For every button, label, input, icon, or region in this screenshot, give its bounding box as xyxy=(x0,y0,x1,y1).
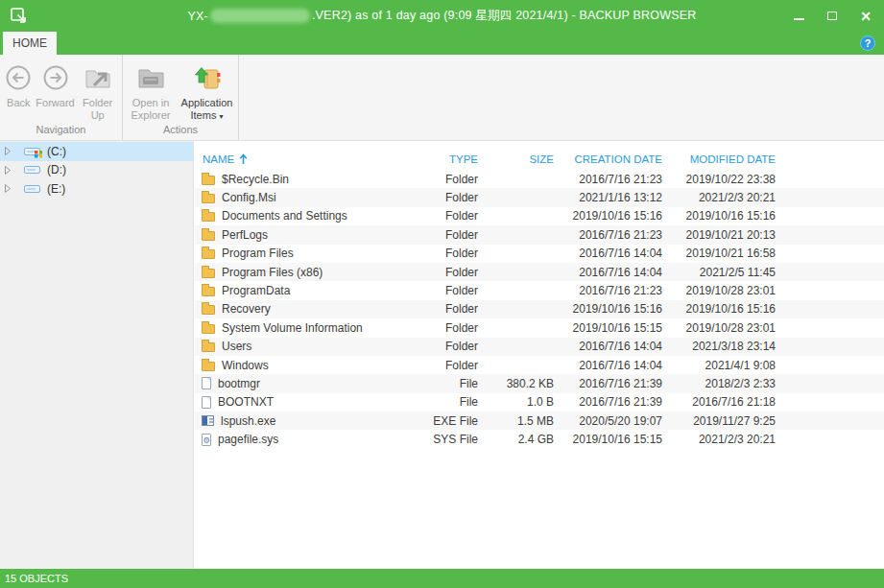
file-row[interactable]: Program Files (x86) Folder 2016/7/16 14:… xyxy=(195,263,884,281)
folder-icon xyxy=(202,231,215,241)
dropdown-caret-icon: ▾ xyxy=(219,112,223,121)
drive-icon xyxy=(24,185,40,193)
expand-arrow-icon[interactable] xyxy=(4,165,12,176)
file-size: 1.0 B xyxy=(478,395,554,409)
file-creation-date: 2019/10/16 15:16 xyxy=(554,302,662,316)
file-type: EXE File xyxy=(411,414,478,428)
file-row[interactable]: PerfLogs Folder 2016/7/16 21:23 2019/10/… xyxy=(195,225,884,244)
group-label-navigation: Navigation xyxy=(0,124,122,140)
file-creation-date: 2016/7/16 14:04 xyxy=(554,359,662,372)
file-row[interactable]: BOOTNXT File 1.0 B 2016/7/16 21:39 2016/… xyxy=(195,393,884,412)
column-header-name[interactable]: NAME xyxy=(195,153,411,165)
tree-item-e-drive[interactable]: (E:) xyxy=(0,179,193,199)
column-header-creation-date[interactable]: CREATION DATE xyxy=(554,153,662,165)
title-bar: YX-.VER2) as of 1 day ago (9:09 星期四 2021… xyxy=(0,0,884,32)
file-type: Folder xyxy=(411,340,478,353)
file-creation-date: 2016/7/16 21:23 xyxy=(554,228,662,242)
file-modified-date: 2018/2/3 2:33 xyxy=(662,377,776,390)
sys-icon xyxy=(202,434,211,446)
column-header-type[interactable]: TYPE xyxy=(411,153,478,165)
application-items-icon xyxy=(192,63,223,92)
file-type: Folder xyxy=(411,266,478,279)
file-creation-date: 2020/5/20 19:07 xyxy=(554,414,662,428)
file-name: lspush.exe xyxy=(221,414,275,428)
file-creation-date: 2019/10/16 15:16 xyxy=(554,209,662,223)
file-creation-date: 2016/7/16 21:23 xyxy=(554,173,662,186)
file-row[interactable]: bootmgr File 380.2 KB 2016/7/16 21:39 20… xyxy=(195,374,884,392)
help-button[interactable]: ? xyxy=(860,35,875,51)
forward-button[interactable]: Forward xyxy=(34,58,76,124)
file-creation-date: 2016/7/16 21:39 xyxy=(554,377,662,390)
column-header-modified-date[interactable]: MODIFIED DATE xyxy=(662,153,776,165)
file-size: 380.2 KB xyxy=(478,377,554,390)
open-in-explorer-button[interactable]: Open in Explorer xyxy=(125,58,178,124)
expand-arrow-icon[interactable] xyxy=(4,183,12,194)
folder-icon xyxy=(202,324,215,334)
file-row[interactable]: Program Files Folder 2016/7/16 14:04 201… xyxy=(195,245,884,263)
folder-icon xyxy=(202,176,215,185)
folder-icon xyxy=(202,342,215,352)
file-modified-date: 2019/10/21 20:13 xyxy=(662,228,776,242)
exe-icon xyxy=(202,415,214,426)
tab-home[interactable]: HOME xyxy=(3,32,57,55)
back-button[interactable]: Back xyxy=(3,58,34,124)
file-type: Folder xyxy=(411,209,478,223)
file-name: ProgramData xyxy=(222,284,290,297)
file-creation-date: 2016/7/16 21:39 xyxy=(554,395,662,409)
file-row[interactable]: lspush.exe EXE File 1.5 MB 2020/5/20 19:… xyxy=(195,412,884,430)
file-type: Folder xyxy=(411,302,478,316)
file-creation-date: 2016/7/16 14:04 xyxy=(554,247,662,260)
file-row[interactable]: $Recycle.Bin Folder 2016/7/16 21:23 2019… xyxy=(195,170,884,188)
file-creation-date: 2019/10/16 15:15 xyxy=(554,321,662,335)
maximize-icon xyxy=(827,12,837,20)
system-drive-icon xyxy=(24,148,40,155)
maximize-button[interactable] xyxy=(825,10,839,23)
file-row[interactable]: System Volume Information Folder 2019/10… xyxy=(195,318,884,337)
application-items-button[interactable]: Application Items ▾ xyxy=(178,58,237,124)
folder-icon xyxy=(202,362,215,371)
file-type: Folder xyxy=(411,359,478,372)
tree-item-c-drive[interactable]: (C:) xyxy=(0,142,193,161)
file-modified-date: 2019/10/16 15:16 xyxy=(662,302,776,316)
group-label-actions: Actions xyxy=(123,124,238,140)
file-modified-date: 2016/7/16 21:18 xyxy=(662,395,776,409)
forward-circle-arrow-icon xyxy=(42,64,69,91)
close-button[interactable]: ✕ xyxy=(859,10,872,23)
ribbon: Back Forward Folder Up xyxy=(0,55,884,141)
sort-ascending-icon xyxy=(239,153,248,165)
file-modified-date: 2021/2/3 20:21 xyxy=(662,433,776,446)
file-row[interactable]: Users Folder 2016/7/16 14:04 2021/3/18 2… xyxy=(195,338,884,356)
back-circle-arrow-icon xyxy=(5,64,32,91)
file-modified-date: 2019/10/28 23:01 xyxy=(662,321,776,335)
file-row[interactable]: Documents and Settings Folder 2019/10/16… xyxy=(195,207,884,225)
file-modified-date: 2021/3/18 23:14 xyxy=(662,340,776,353)
drive-tree: (C:) (D:) (E:) xyxy=(0,141,194,569)
minimize-button[interactable] xyxy=(792,10,805,23)
file-name: System Volume Information xyxy=(222,321,363,335)
file-type: Folder xyxy=(411,191,478,204)
file-type: File xyxy=(411,395,478,409)
file-row[interactable]: ProgramData Folder 2016/7/16 21:23 2019/… xyxy=(195,281,884,299)
folder-up-button[interactable]: Folder Up xyxy=(77,58,119,124)
ribbon-group-actions: Open in Explorer Application Items ▾ Act… xyxy=(123,55,239,140)
column-header-size[interactable]: SIZE xyxy=(478,153,554,165)
file-row[interactable]: Recovery Folder 2019/10/16 15:16 2019/10… xyxy=(195,300,884,318)
file-modified-date: 2019/10/21 16:58 xyxy=(662,247,776,260)
file-type: Folder xyxy=(411,321,478,335)
file-row[interactable]: Windows Folder 2016/7/16 14:04 2021/4/1 … xyxy=(195,356,884,374)
expand-arrow-icon[interactable] xyxy=(4,146,12,156)
window-title: YX-.VER2) as of 1 day ago (9:09 星期四 2021… xyxy=(0,0,884,32)
file-creation-date: 2016/7/16 14:04 xyxy=(554,266,662,279)
tree-item-d-drive[interactable]: (D:) xyxy=(0,161,193,180)
file-icon xyxy=(202,396,211,409)
file-row[interactable]: Config.Msi Folder 2021/1/16 13:12 2021/2… xyxy=(195,188,884,206)
file-name: Recovery xyxy=(222,302,271,316)
object-count: 15 OBJECTS xyxy=(5,573,68,584)
drive-icon xyxy=(24,166,40,174)
folder-icon xyxy=(202,249,215,259)
file-name: bootmgr xyxy=(218,377,260,390)
file-creation-date: 2016/7/16 21:23 xyxy=(554,284,662,297)
file-size: 1.5 MB xyxy=(478,414,554,428)
file-modified-date: 2019/10/22 23:38 xyxy=(662,173,776,186)
file-row[interactable]: pagefile.sys SYS File 2.4 GB 2019/10/16 … xyxy=(195,430,884,448)
